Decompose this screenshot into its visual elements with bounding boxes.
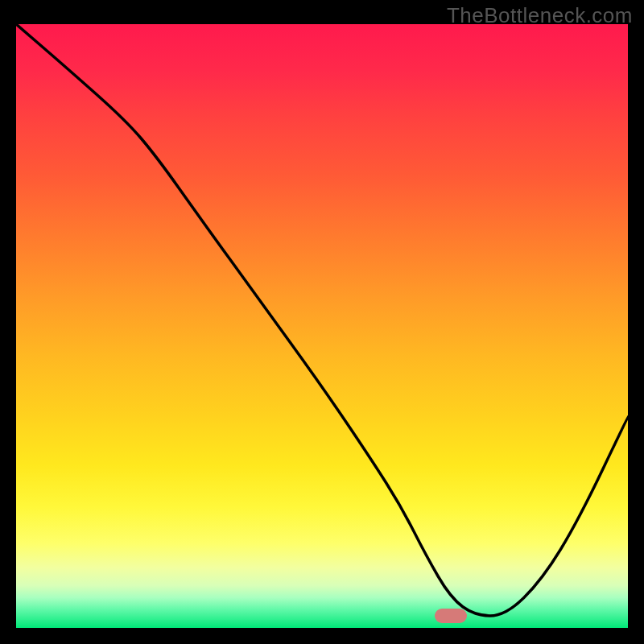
optimal-marker: [435, 609, 467, 623]
watermark-text: TheBottleneck.com: [447, 3, 633, 28]
curve-line: [16, 24, 628, 616]
plot-area: [16, 24, 628, 628]
bottleneck-curve: [16, 24, 628, 628]
